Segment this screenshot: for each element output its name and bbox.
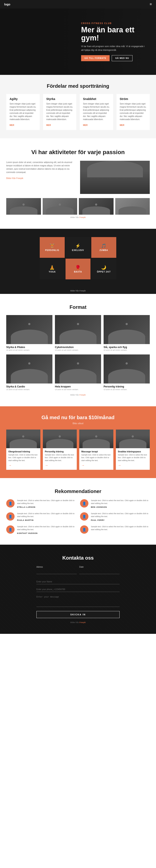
join-card-arrow-4[interactable]: → <box>116 464 150 467</box>
classes-dark-section: 🏋 PERSONLIG ⚡ EXKLUSIV 🎵 ZUMBA 🧘 YOGA 🥊 … <box>0 229 156 294</box>
activities-text: Lorem ipsum dolor sit amet, consectetur … <box>6 161 76 194</box>
format-caption-4: Styrka & Cardio Ut anim et ad minim veni… <box>6 383 52 392</box>
join-card-arrow-2[interactable]: → <box>43 464 77 467</box>
avatar-2: 👤 <box>80 499 88 507</box>
activities-gallery <box>6 198 150 215</box>
form-group-phone <box>36 587 120 592</box>
testimonial-content-2: Sample text. Click to select the text bo… <box>91 499 150 508</box>
activities-credit-link[interactable]: Freepik <box>79 216 86 218</box>
testimonial-text-3[interactable]: Sample text. Click to select the text bo… <box>17 512 76 518</box>
join-subtitle[interactable]: Bläs utbud <box>6 422 150 425</box>
benefit-text-1: Sem integer vitae justo eget magna ferme… <box>9 102 36 121</box>
format-card-2[interactable]: Cykelrevolution Ut anim et ad minim veni… <box>55 315 101 352</box>
format-card-5[interactable]: Hela kroppen Ut anim et ad minim veniam. <box>55 354 101 392</box>
format-img-5 <box>55 354 101 383</box>
submit-button[interactable]: SKICKA IN <box>36 611 120 618</box>
join-card-4: Snabba träningspass Sample text. Click t… <box>116 430 150 470</box>
form-group-address: Adress <box>36 566 77 574</box>
testimonial-1: 👤 Sample text. Click to select the text … <box>6 499 76 508</box>
benefit-title-4: Ström <box>120 97 147 101</box>
benefit-link-3[interactable]: MER <box>83 124 87 126</box>
testimonial-name-4: PAUL FERRY <box>91 519 150 521</box>
format-img-3 <box>104 315 150 344</box>
benefit-title-3: Snabbhet <box>83 97 110 101</box>
format-caption-6: Personlig träning Ut anim et ad minim ve… <box>104 383 150 392</box>
phone-input[interactable] <box>36 587 120 592</box>
format-card-6[interactable]: Personlig träning Ut anim et ad minim ve… <box>104 354 150 392</box>
benefit-text-3: Sem integer vitae justo eget magna ferme… <box>83 102 110 121</box>
testimonial-text-6[interactable]: Sample text. Click to select the text bo… <box>91 525 150 531</box>
name-input[interactable] <box>36 579 120 584</box>
testimonial-text-1[interactable]: Sample text. Click to select the text bo… <box>17 499 76 505</box>
testimonial-content-5: Sample text. Click to select the text bo… <box>17 525 76 534</box>
activities-layout: Lorem ipsum dolor sit amet, consectetur … <box>6 161 150 194</box>
testimonial-content-4: Sample text. Click to select the text bo… <box>91 512 150 521</box>
gallery-item-4 <box>115 198 150 215</box>
benefit-card-2: Styrka Sem integer vitae justo eget magn… <box>43 94 77 130</box>
testimonial-name-1: STELLA LARSON <box>17 506 76 508</box>
benefit-link-4[interactable]: MER <box>120 124 124 126</box>
activities-link[interactable]: Bilder från Freepik <box>6 177 23 179</box>
format-card-3[interactable]: Slå, sparka och flyg Ut anim et ad minim… <box>104 315 150 352</box>
format-card-4[interactable]: Styrka & Cardio Ut anim et ad minim veni… <box>6 354 52 392</box>
tile-open[interactable]: 🌙 ÖPPET 24/7 <box>91 259 116 279</box>
tile-label-exklusiv: EXKLUSIV <box>72 249 84 251</box>
contact-credit: Bilder från Freepik <box>6 621 150 623</box>
join-card-img-3 <box>79 430 113 448</box>
date-input[interactable] <box>79 569 120 574</box>
format-name-2: Cykelrevolution <box>55 346 101 349</box>
benefit-card-3: Snabbhet Sem integer vitae justo eget ma… <box>80 94 113 130</box>
format-caption-5: Hela kroppen Ut anim et ad minim veniam. <box>55 383 101 392</box>
format-section: Format Styrka & Pilates Ut anim et ad mi… <box>0 294 156 406</box>
tile-label-yoga: YOGA <box>49 271 55 273</box>
menu-icon[interactable]: ≡ <box>150 2 152 6</box>
tile-exklusiv[interactable]: ⚡ EXKLUSIV <box>66 237 90 258</box>
tile-label-open: ÖPPET 24/7 <box>97 271 111 273</box>
hero-primary-btn[interactable]: Gå till Formate <box>81 55 110 61</box>
join-card-arrow-3[interactable]: → <box>79 464 113 467</box>
join-card-text-3[interactable]: Sample text. Click to select the text bo… <box>79 454 113 464</box>
recommendations-title: Rekommendationer <box>6 489 150 494</box>
join-card-2: Personlig träning Sample text. Click to … <box>43 430 77 470</box>
format-sub-4: Ut anim et ad minim veniam. <box>6 389 52 391</box>
tile-icon-baxta: 🥊 <box>75 265 81 270</box>
tile-icon-exklusiv: ⚡ <box>75 243 81 248</box>
join-card-text-1[interactable]: Sample text. Click to select the text bo… <box>6 454 41 464</box>
testimonial-text-2[interactable]: Sample text. Click to select the text bo… <box>91 499 150 505</box>
testimonial-text-4[interactable]: Sample text. Click to select the text bo… <box>91 512 150 518</box>
join-card-arrow-1[interactable]: → <box>6 464 41 467</box>
join-title: Gå med nu för bara $10/månad <box>6 414 150 421</box>
testimonial-content-3: Sample text. Click to select the text bo… <box>17 512 76 521</box>
format-sub-1: Ut anim et ad minim veniam. <box>6 349 52 351</box>
tile-yoga[interactable]: 🧘 YOGA <box>40 259 65 279</box>
tile-personlig[interactable]: 🏋 PERSONLIG <box>40 237 65 258</box>
format-name-3: Slå, sparka och flyg <box>104 346 150 349</box>
join-card-title-4: Snabba träningspass <box>116 450 150 454</box>
benefits-grid: Agilty Sem integer vitae justo eget magn… <box>6 94 150 130</box>
navigation: logo ≡ <box>0 0 156 8</box>
hero-secondary-btn[interactable]: GÅ MED NU <box>112 55 132 61</box>
format-card-1[interactable]: Styrka & Pilates Ut anim et ad minim ven… <box>6 315 52 352</box>
join-card-text-4[interactable]: Sample text. Click to select the text bo… <box>116 454 150 464</box>
testimonial-5: 👤 Sample text. Click to select the text … <box>6 525 76 534</box>
join-card-text-2[interactable]: Sample text. Click to select the text bo… <box>43 454 77 464</box>
format-sub-2: Ut anim et ad minim veniam. <box>55 349 101 351</box>
join-card-title-3: Massage terapi <box>79 450 113 454</box>
tile-zumba[interactable]: 🎵 ZUMBA <box>91 237 116 258</box>
tile-icon-zumba: 🎵 <box>101 243 106 248</box>
tile-baxta[interactable]: 🥊 BAXTA <box>66 259 90 279</box>
format-name-1: Styrka & Pilates <box>6 346 52 349</box>
avatar-4: 👤 <box>80 512 88 521</box>
logo[interactable]: logo <box>4 3 10 6</box>
benefit-link-2[interactable]: MER <box>46 124 51 126</box>
format-name-6: Personlig träning <box>104 385 150 388</box>
message-input[interactable] <box>36 594 120 607</box>
join-card-img-1 <box>6 430 41 448</box>
activities-image <box>80 161 150 194</box>
contact-credit-link[interactable]: Freepik <box>79 621 86 623</box>
format-credit-link[interactable]: Freepik <box>79 394 86 396</box>
address-input[interactable] <box>36 569 77 574</box>
benefit-link-1[interactable]: MER <box>9 124 14 126</box>
testimonials-grid: 👤 Sample text. Click to select the text … <box>6 499 150 534</box>
testimonial-text-5[interactable]: Sample text. Click to select the text bo… <box>17 525 76 531</box>
